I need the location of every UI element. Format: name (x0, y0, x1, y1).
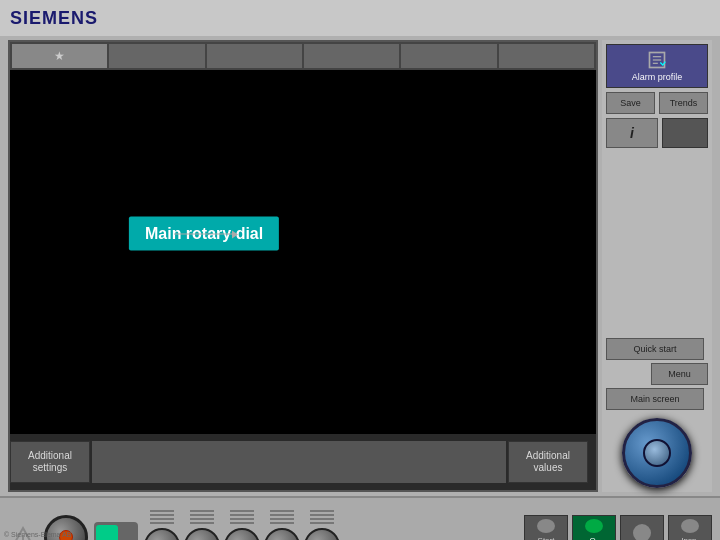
top-strip-tab-6[interactable] (499, 44, 594, 68)
slider-line (270, 518, 294, 520)
slider-knobs (144, 510, 340, 540)
alarm-profile-label: Alarm profile (632, 72, 683, 82)
slider-knob-4[interactable] (264, 528, 300, 540)
slider-line (150, 510, 174, 512)
slider-line (270, 510, 294, 512)
info-button[interactable]: i (606, 118, 658, 148)
main-screen-row: Main screen (606, 388, 708, 410)
slider-line (310, 510, 334, 512)
slider-knob-2[interactable] (184, 528, 220, 540)
side-buttons-group: Quick start Menu Main screen (606, 338, 708, 410)
slider-col-3 (224, 510, 260, 540)
alarm-profile-button[interactable]: Alarm profile (606, 44, 708, 88)
slider-line (150, 514, 174, 516)
toggle-knob (96, 525, 118, 540)
quick-start-button[interactable]: Quick start (606, 338, 704, 360)
copyright: © Siemens-Elema AB (4, 531, 71, 538)
arrow-head (232, 230, 238, 238)
main-screen-display: Main rotary dial (10, 70, 596, 434)
slider-lines-1 (150, 510, 174, 524)
info-row: i (606, 118, 708, 148)
slider-line (190, 518, 214, 520)
display-panel: ★ Main rotary dial (8, 40, 598, 492)
slider-col-5 (304, 510, 340, 540)
slider-line (190, 514, 214, 516)
slider-line (190, 510, 214, 512)
slider-line (310, 522, 334, 524)
rotary-dial-container (606, 418, 708, 488)
slider-lines-2 (190, 510, 214, 524)
menu-button[interactable]: Menu (651, 363, 708, 385)
o2-breaths-button[interactable]: O₂ breaths (572, 515, 616, 540)
slider-line (150, 522, 174, 524)
slider-line (230, 510, 254, 512)
slider-line (230, 514, 254, 516)
exp-hold-button[interactable]: Exp. hold (620, 515, 664, 540)
o2-breaths-icon (585, 519, 603, 533)
top-strip-tab-3[interactable] (207, 44, 302, 68)
start-breath-icon (537, 519, 555, 533)
save-trends-row: Save Trends (606, 92, 708, 114)
header: SIEMENS (0, 0, 720, 36)
main-screen-button[interactable]: Main screen (606, 388, 704, 410)
slider-line (150, 518, 174, 520)
alarm-icon (647, 50, 667, 70)
menu-row: Menu (606, 363, 708, 385)
quick-start-row: Quick start (606, 338, 708, 360)
slider-line (230, 522, 254, 524)
additional-values-button[interactable]: Additional values (508, 441, 588, 483)
slider-line (310, 514, 334, 516)
rotary-arrow-line (174, 233, 234, 234)
slider-knob-1[interactable] (144, 528, 180, 540)
start-breath-button[interactable]: Start breath (524, 515, 568, 540)
slider-lines-3 (230, 510, 254, 524)
center-strip-spacer (92, 441, 506, 483)
dark-button[interactable] (662, 118, 708, 148)
insp-hold-button[interactable]: Insp. hold (668, 515, 712, 540)
slider-line (310, 518, 334, 520)
main-area: ★ Main rotary dial (0, 36, 720, 496)
slider-line (270, 522, 294, 524)
slider-line (270, 514, 294, 516)
save-button[interactable]: Save (606, 92, 655, 114)
siemens-logo: SIEMENS (10, 8, 98, 29)
start-breath-label: Start breath (529, 536, 563, 540)
top-strip: ★ (10, 42, 596, 70)
top-strip-tab-2[interactable] (109, 44, 204, 68)
slider-col-1 (144, 510, 180, 540)
additional-settings-button[interactable]: Additional settings (10, 441, 90, 483)
slider-col-2 (184, 510, 220, 540)
top-strip-tab-5[interactable] (401, 44, 496, 68)
slider-line (230, 518, 254, 520)
insp-hold-icon (681, 519, 699, 533)
insp-hold-label: Insp. hold (673, 536, 707, 540)
top-strip-tab-4[interactable] (304, 44, 399, 68)
exp-hold-icon (633, 524, 651, 540)
rotary-label-wrapper: Main rotary dial (174, 233, 234, 234)
slider-knob-3[interactable] (224, 528, 260, 540)
slider-col-4 (264, 510, 300, 540)
top-strip-tab-1[interactable]: ★ (12, 44, 107, 68)
slider-lines-4 (270, 510, 294, 524)
star-icon: ★ (54, 49, 65, 63)
right-top-buttons: Alarm profile (606, 44, 708, 88)
rotary-dial-inner (643, 439, 671, 467)
slider-knob-5[interactable] (304, 528, 340, 540)
device-body: SIEMENS ★ Main rotary dial (0, 0, 720, 540)
right-panel: Alarm profile Save Trends i Quick start (602, 40, 712, 492)
slider-lines-5 (310, 510, 334, 524)
slider-line (190, 522, 214, 524)
o2-breaths-label: O₂ breaths (577, 536, 611, 540)
bottom-strip: Additional settings Additional values (10, 434, 596, 490)
rotary-dial[interactable] (622, 418, 692, 488)
bottom-controls: Start breath O₂ breaths Exp. hold Insp. … (0, 496, 720, 540)
toggle-switch[interactable] (94, 522, 138, 540)
trends-button[interactable]: Trends (659, 92, 708, 114)
action-buttons: Start breath O₂ breaths Exp. hold Insp. … (524, 515, 712, 540)
